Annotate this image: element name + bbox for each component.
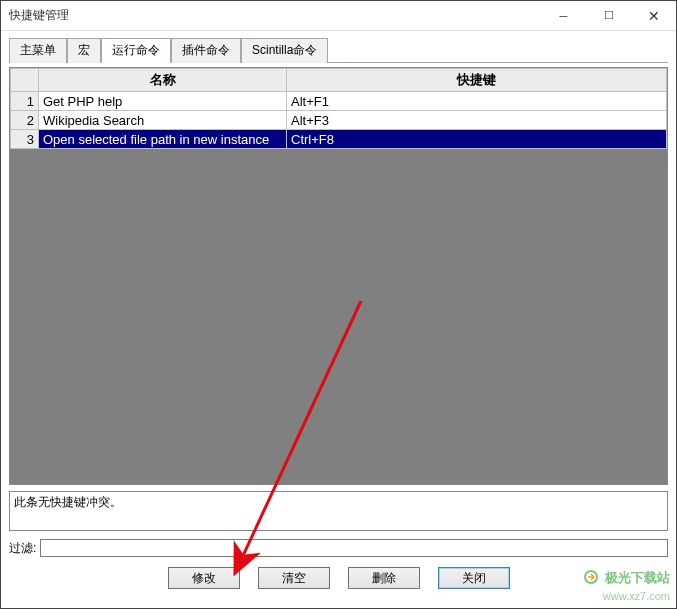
filter-label: 过滤: — [9, 540, 36, 557]
row-shortcut: Alt+F1 — [287, 92, 667, 111]
tab-bar: 主菜单 宏 运行命令 插件命令 Scintilla命令 — [9, 37, 668, 63]
table-row[interactable]: 1 Get PHP help Alt+F1 — [11, 92, 667, 111]
close-button[interactable]: ✕ — [631, 1, 676, 30]
shortcut-table-container: 名称 快捷键 1 Get PHP help Alt+F1 2 Wikipedia… — [9, 67, 668, 485]
filter-input[interactable] — [40, 539, 668, 557]
modify-button[interactable]: 修改 — [168, 567, 240, 589]
status-message: 此条无快捷键冲突。 — [9, 491, 668, 531]
filter-row: 过滤: — [9, 539, 668, 557]
shortcut-table: 名称 快捷键 1 Get PHP help Alt+F1 2 Wikipedia… — [10, 68, 667, 149]
row-name: Wikipedia Search — [39, 111, 287, 130]
col-header-name[interactable]: 名称 — [39, 69, 287, 92]
button-row: 修改 清空 删除 关闭 — [9, 567, 668, 589]
table-row[interactable]: 2 Wikipedia Search Alt+F3 — [11, 111, 667, 130]
window-controls: ─ ☐ ✕ — [541, 1, 676, 30]
row-shortcut: Alt+F3 — [287, 111, 667, 130]
tab-main-menu[interactable]: 主菜单 — [9, 38, 67, 63]
row-number: 3 — [11, 130, 39, 149]
tab-macro[interactable]: 宏 — [67, 38, 101, 63]
tab-run-command[interactable]: 运行命令 — [101, 38, 171, 63]
titlebar: 快捷键管理 ─ ☐ ✕ — [1, 1, 676, 31]
col-header-shortcut[interactable]: 快捷键 — [287, 69, 667, 92]
window-title: 快捷键管理 — [9, 7, 541, 24]
watermark-text-2: www.xz7.com — [603, 590, 670, 602]
tab-plugin-command[interactable]: 插件命令 — [171, 38, 241, 63]
row-name: Open selected file path in new instance — [39, 130, 287, 149]
row-shortcut: Ctrl+F8 — [287, 130, 667, 149]
clear-button[interactable]: 清空 — [258, 567, 330, 589]
row-number: 2 — [11, 111, 39, 130]
minimize-button[interactable]: ─ — [541, 1, 586, 30]
row-name: Get PHP help — [39, 92, 287, 111]
row-number: 1 — [11, 92, 39, 111]
col-header-rownum[interactable] — [11, 69, 39, 92]
close-dialog-button[interactable]: 关闭 — [438, 567, 510, 589]
maximize-button[interactable]: ☐ — [586, 1, 631, 30]
delete-button[interactable]: 删除 — [348, 567, 420, 589]
tab-scintilla-command[interactable]: Scintilla命令 — [241, 38, 328, 63]
table-row[interactable]: 3 Open selected file path in new instanc… — [11, 130, 667, 149]
